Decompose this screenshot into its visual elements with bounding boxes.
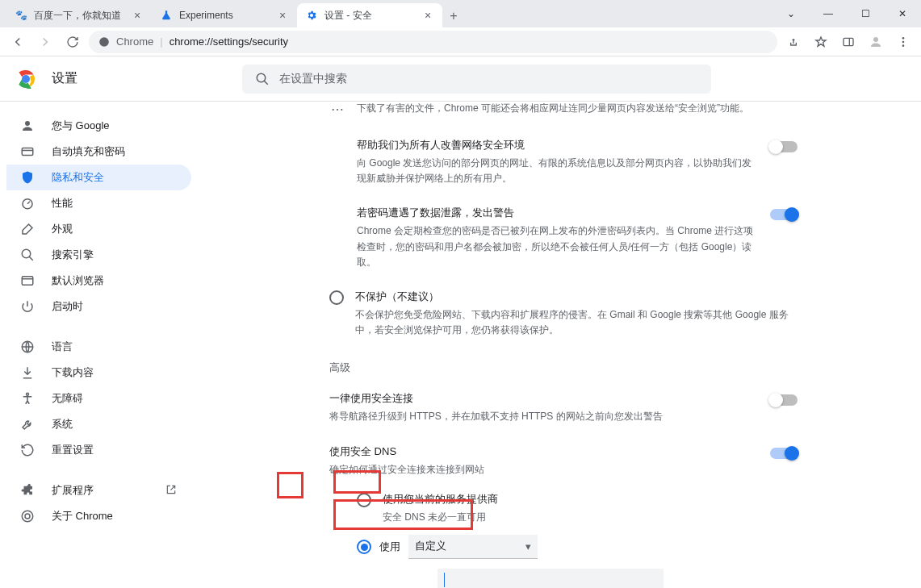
minimize-button[interactable]: — xyxy=(810,1,847,27)
settings-search-input[interactable]: 在设置中搜索 xyxy=(242,65,711,94)
dns-current-provider-row[interactable]: 使用您当前的服务提供商 安全 DNS 未必一直可用 xyxy=(357,487,798,530)
settings-header: 设置 在设置中搜索 xyxy=(0,56,921,102)
sidebar-item-label: 下载内容 xyxy=(52,365,94,380)
sidebar-item-performance[interactable]: 性能 xyxy=(6,190,191,216)
sidebar-item-appearance[interactable]: 外观 xyxy=(6,216,191,242)
puzzle-icon xyxy=(19,483,36,498)
radio-no-protection[interactable] xyxy=(329,290,344,305)
brush-icon xyxy=(19,222,36,236)
side-panel-icon[interactable] xyxy=(837,31,860,53)
reset-icon xyxy=(19,443,36,457)
scheme-label: Chrome xyxy=(116,35,153,48)
sidebar-item-about[interactable]: 关于 Chrome xyxy=(6,503,191,529)
download-icon xyxy=(19,365,36,380)
svg-rect-1 xyxy=(844,38,853,45)
sidebar-item-label: 默认浏览器 xyxy=(52,273,104,288)
sidebar-item-privacy[interactable]: 隐私和安全 xyxy=(6,165,191,190)
https-only-row: 一律使用安全连接 将导航路径升级到 HTTPS，并在加载不支持 HTTPS 的网… xyxy=(329,382,798,434)
sidebar-item-label: 无障碍 xyxy=(52,391,83,406)
sidebar-item-accessibility[interactable]: 无障碍 xyxy=(6,386,191,411)
kebab-menu-icon[interactable] xyxy=(892,31,915,53)
sidebar-item-extensions[interactable]: 扩展程序 xyxy=(6,477,191,503)
sidebar-item-autofill[interactable]: 自动填充和密码 xyxy=(6,139,191,165)
svg-point-22 xyxy=(22,511,33,522)
speed-icon xyxy=(19,196,36,211)
power-icon xyxy=(19,299,36,314)
secure-dns-toggle[interactable] xyxy=(770,448,798,459)
sidebar-item-default-browser[interactable]: 默认浏览器 xyxy=(6,268,191,294)
option-desc: 将导航路径升级到 HTTPS，并在加载不支持 HTTPS 的网站之前向您发出警告 xyxy=(329,409,759,424)
sidebar-item-languages[interactable]: 语言 xyxy=(6,334,191,360)
page-title: 设置 xyxy=(52,70,77,87)
reload-button[interactable] xyxy=(61,31,84,53)
person-icon xyxy=(19,119,36,133)
radio-custom-dns[interactable] xyxy=(357,540,371,554)
text-caret xyxy=(444,573,445,587)
tab-experiments[interactable]: Experiments × xyxy=(152,3,297,27)
dns-custom-input[interactable] xyxy=(437,569,664,588)
option-title: 若密码遭遇了数据泄露，发出警告 xyxy=(357,206,759,220)
back-button[interactable] xyxy=(6,31,29,53)
menu-chevron-icon[interactable]: ⌄ xyxy=(772,1,810,27)
option-title: 使用您当前的服务提供商 xyxy=(383,492,498,507)
address-bar[interactable]: Chrome | chrome://settings/security xyxy=(89,31,777,53)
dns-provider-select[interactable]: 自定义 ▾ xyxy=(408,535,538,559)
more-icon: ⋯ xyxy=(329,102,345,117)
settings-content[interactable]: ⋯ 下载了有害的文件，Chrome 可能还会将相应网址连同少量网页内容发送给“安… xyxy=(206,102,921,588)
option-desc: 安全 DNS 未必一直可用 xyxy=(383,510,498,525)
option-desc: Chrome 会定期检查您的密码是否已被列在网上发布的外泄密码列表内。当 Chr… xyxy=(357,223,759,270)
forward-button[interactable] xyxy=(34,31,57,53)
sidebar-item-label: 重置设置 xyxy=(52,443,94,457)
tab-title: 百度一下，你就知道 xyxy=(34,9,131,23)
password-leak-toggle[interactable] xyxy=(770,209,798,220)
maximize-button[interactable]: ☐ xyxy=(847,1,884,27)
no-protection-row[interactable]: 不保护（不建议） 不会保护您免受危险网站、下载内容和扩展程序的侵害。在 Gmai… xyxy=(329,280,798,348)
dns-custom-row[interactable]: 使用 自定义 ▾ xyxy=(357,530,798,564)
share-icon[interactable] xyxy=(782,31,805,53)
option-title: 使用安全 DNS xyxy=(329,444,759,459)
globe-icon xyxy=(19,340,36,354)
close-icon[interactable]: × xyxy=(276,9,289,22)
bookmark-star-icon[interactable] xyxy=(810,31,832,53)
tab-settings-security[interactable]: 设置 - 安全 × xyxy=(297,3,442,27)
sidebar-item-label: 语言 xyxy=(52,340,73,354)
option-title: 不保护（不建议） xyxy=(355,290,798,304)
chrome-logo-icon xyxy=(16,69,36,89)
tab-baidu[interactable]: 🐾 百度一下，你就知道 × xyxy=(6,3,152,27)
advanced-label: 高级 xyxy=(329,348,798,382)
chrome-icon xyxy=(19,509,36,523)
svg-rect-13 xyxy=(22,148,33,156)
radio-current-provider[interactable] xyxy=(357,493,371,507)
svg-point-4 xyxy=(902,37,905,40)
close-window-button[interactable]: ✕ xyxy=(884,1,921,27)
sidebar-item-label: 启动时 xyxy=(52,299,83,314)
browser-toolbar: Chrome | chrome://settings/security xyxy=(0,27,921,56)
search-placeholder: 在设置中搜索 xyxy=(279,72,347,86)
svg-line-11 xyxy=(264,81,268,85)
tab-title: 设置 - 安全 xyxy=(324,9,421,23)
gear-icon xyxy=(305,9,318,22)
option-title: 帮助我们为所有人改善网络安全环境 xyxy=(357,138,759,152)
secure-dns-row: 使用安全 DNS 确定如何通过安全连接来连接到网站 xyxy=(329,435,798,487)
profile-avatar-icon[interactable] xyxy=(864,31,887,53)
sidebar-item-on-startup[interactable]: 启动时 xyxy=(6,294,191,319)
help-improve-toggle[interactable] xyxy=(770,141,798,152)
new-tab-button[interactable]: + xyxy=(442,5,465,27)
sidebar-item-label: 性能 xyxy=(52,196,73,211)
close-icon[interactable]: × xyxy=(131,9,144,22)
password-leak-row: 若密码遭遇了数据泄露，发出警告 Chrome 会定期检查您的密码是否已被列在网上… xyxy=(357,196,798,280)
sidebar-item-system[interactable]: 系统 xyxy=(6,411,191,437)
window-controls: ⌄ — ☐ ✕ xyxy=(772,0,921,27)
autofill-icon xyxy=(19,144,36,159)
wrench-icon xyxy=(19,417,36,432)
svg-line-17 xyxy=(29,256,33,261)
sidebar-item-search-engine[interactable]: 搜索引擎 xyxy=(6,242,191,268)
close-icon[interactable]: × xyxy=(421,9,434,22)
chrome-lock-icon xyxy=(98,36,110,48)
https-only-toggle[interactable] xyxy=(770,394,798,406)
sidebar-item-downloads[interactable]: 下载内容 xyxy=(6,360,191,386)
sidebar-item-label: 您与 Google xyxy=(52,119,110,133)
sidebar-item-you-google[interactable]: 您与 Google xyxy=(6,113,191,139)
sidebar-item-label: 系统 xyxy=(52,417,73,432)
sidebar-item-reset[interactable]: 重置设置 xyxy=(6,437,191,463)
